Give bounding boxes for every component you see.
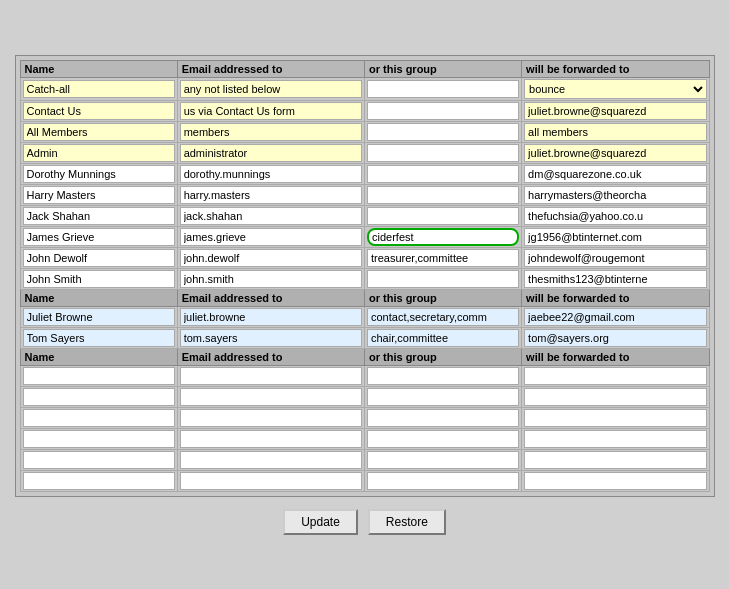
- table-row: bouncejuliet.browne@squarezone.co.ukall …: [20, 77, 709, 100]
- table-row: [20, 470, 709, 491]
- email-input[interactable]: [180, 249, 362, 267]
- email-input[interactable]: [180, 409, 362, 427]
- name-input[interactable]: [23, 228, 175, 246]
- forward-input[interactable]: [524, 308, 706, 326]
- restore-button[interactable]: Restore: [368, 509, 446, 535]
- update-button[interactable]: Update: [283, 509, 358, 535]
- email-input[interactable]: [180, 388, 362, 406]
- forward-input[interactable]: [524, 207, 706, 225]
- group-input[interactable]: [367, 102, 519, 120]
- forward-input[interactable]: [524, 430, 706, 448]
- table-row: [20, 226, 709, 247]
- forward-input[interactable]: [524, 472, 706, 490]
- section-header-row: NameEmail addressed toor this groupwill …: [20, 289, 709, 306]
- table-row: [20, 365, 709, 386]
- table-row: [20, 184, 709, 205]
- table-row: [20, 205, 709, 226]
- name-input[interactable]: [23, 207, 175, 225]
- email-input[interactable]: [180, 472, 362, 490]
- forward-input[interactable]: [524, 165, 706, 183]
- email-input[interactable]: [180, 329, 362, 347]
- name-input[interactable]: [23, 472, 175, 490]
- table-row: [20, 121, 709, 142]
- table-row: [20, 306, 709, 327]
- group-input[interactable]: [367, 388, 519, 406]
- name-input[interactable]: [23, 430, 175, 448]
- button-row: Update Restore: [15, 509, 715, 535]
- group-input[interactable]: [367, 228, 519, 246]
- name-input[interactable]: [23, 308, 175, 326]
- forward-input[interactable]: [524, 249, 706, 267]
- table-row: [20, 268, 709, 289]
- col-header-group: or this group: [364, 60, 521, 77]
- group-input[interactable]: [367, 451, 519, 469]
- email-input[interactable]: [180, 430, 362, 448]
- col-header-forward: will be forwarded to: [522, 60, 709, 77]
- header-row: Name Email addressed to or this group wi…: [20, 60, 709, 77]
- forward-input[interactable]: [524, 270, 706, 288]
- forward-input[interactable]: [524, 186, 706, 204]
- group-input[interactable]: [367, 367, 519, 385]
- group-input[interactable]: [367, 472, 519, 490]
- name-input[interactable]: [23, 80, 175, 98]
- email-input[interactable]: [180, 165, 362, 183]
- name-input[interactable]: [23, 144, 175, 162]
- email-input[interactable]: [180, 367, 362, 385]
- table-body: bouncejuliet.browne@squarezone.co.ukall …: [20, 77, 709, 491]
- name-input[interactable]: [23, 409, 175, 427]
- group-input[interactable]: [367, 270, 519, 288]
- group-input[interactable]: [367, 165, 519, 183]
- email-input[interactable]: [180, 207, 362, 225]
- section-header-cell: will be forwarded to: [522, 289, 709, 306]
- group-input[interactable]: [367, 329, 519, 347]
- email-input[interactable]: [180, 451, 362, 469]
- forward-input[interactable]: [524, 123, 706, 141]
- section-header-cell: or this group: [364, 289, 521, 306]
- group-input[interactable]: [367, 80, 519, 98]
- table-row: [20, 247, 709, 268]
- email-input[interactable]: [180, 123, 362, 141]
- name-input[interactable]: [23, 388, 175, 406]
- forward-input[interactable]: [524, 102, 706, 120]
- group-input[interactable]: [367, 123, 519, 141]
- name-input[interactable]: [23, 249, 175, 267]
- name-input[interactable]: [23, 367, 175, 385]
- name-input[interactable]: [23, 451, 175, 469]
- name-input[interactable]: [23, 102, 175, 120]
- forward-input[interactable]: [524, 329, 706, 347]
- email-input[interactable]: [180, 186, 362, 204]
- forward-input[interactable]: [524, 228, 706, 246]
- group-input[interactable]: [367, 186, 519, 204]
- email-input[interactable]: [180, 80, 362, 98]
- group-input[interactable]: [367, 249, 519, 267]
- group-input[interactable]: [367, 430, 519, 448]
- table-row: [20, 100, 709, 121]
- email-input[interactable]: [180, 308, 362, 326]
- forward-input[interactable]: [524, 409, 706, 427]
- table-row: [20, 386, 709, 407]
- section-header-cell: Email addressed to: [177, 289, 364, 306]
- name-input[interactable]: [23, 123, 175, 141]
- forward-input[interactable]: [524, 451, 706, 469]
- forward-input[interactable]: [524, 367, 706, 385]
- forward-dropdown[interactable]: bouncejuliet.browne@squarezone.co.ukall …: [524, 79, 706, 99]
- email-input[interactable]: [180, 144, 362, 162]
- name-input[interactable]: [23, 270, 175, 288]
- forward-input[interactable]: [524, 388, 706, 406]
- main-table: Name Email addressed to or this group wi…: [20, 60, 710, 492]
- table-row: [20, 428, 709, 449]
- table-wrapper: Name Email addressed to or this group wi…: [15, 55, 715, 497]
- table-row: [20, 163, 709, 184]
- email-input[interactable]: [180, 228, 362, 246]
- table-row: [20, 142, 709, 163]
- name-input[interactable]: [23, 186, 175, 204]
- name-input[interactable]: [23, 165, 175, 183]
- group-input[interactable]: [367, 409, 519, 427]
- email-input[interactable]: [180, 102, 362, 120]
- email-input[interactable]: [180, 270, 362, 288]
- group-input[interactable]: [367, 308, 519, 326]
- group-input[interactable]: [367, 144, 519, 162]
- forward-input[interactable]: [524, 144, 706, 162]
- group-input[interactable]: [367, 207, 519, 225]
- name-input[interactable]: [23, 329, 175, 347]
